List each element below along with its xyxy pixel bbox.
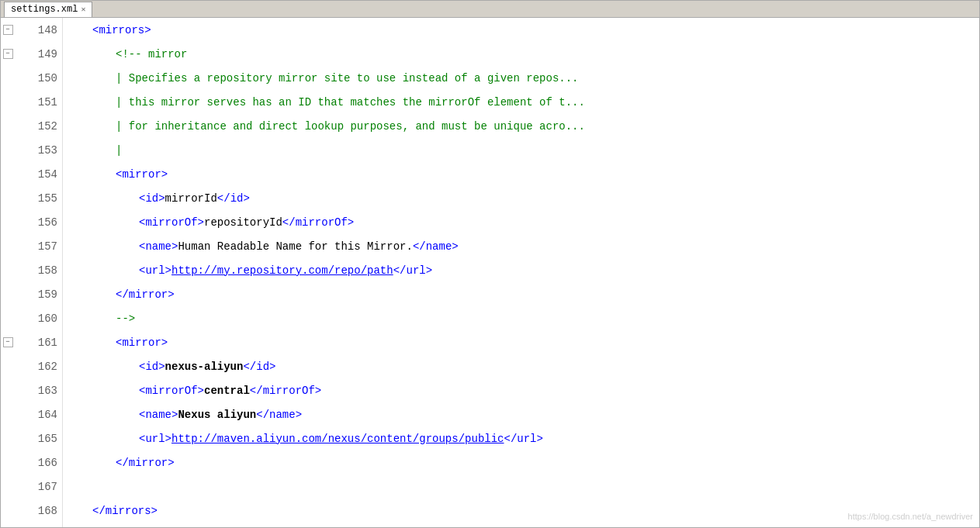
code-token: <url> <box>139 433 171 445</box>
line-number: 153 <box>15 144 62 157</box>
fold-cell[interactable]: − <box>1 337 15 347</box>
gutter-row: 163 <box>1 378 62 402</box>
code-token: Nexus aliyun <box>178 409 256 421</box>
code-line <box>69 475 979 499</box>
gutter-row: 150 <box>1 66 62 90</box>
tab-label: settings.xml <box>11 4 78 15</box>
code-token: | <box>116 144 122 157</box>
code-token: <id> <box>139 361 165 373</box>
code-line: <id>nexus-aliyun</id> <box>69 354 979 378</box>
line-number: 157 <box>15 240 62 253</box>
code-token: </id> <box>243 361 275 373</box>
line-number: 165 <box>15 433 62 445</box>
fold-icon[interactable]: − <box>3 49 13 59</box>
fold-icon[interactable]: − <box>3 25 13 35</box>
line-number: 162 <box>15 361 62 373</box>
code-token: central <box>204 385 250 397</box>
code-token: </url> <box>504 433 543 445</box>
line-number: 152 <box>15 120 62 133</box>
gutter-row: 164 <box>1 402 62 426</box>
code-line: </mirrors> <box>69 499 979 523</box>
code-line: <mirror> <box>69 162 979 186</box>
code-line: </mirror> <box>69 450 979 475</box>
line-number: 166 <box>15 457 62 469</box>
code-line: <mirrorOf>central</mirrorOf> <box>69 378 979 402</box>
line-number: 167 <box>15 481 62 493</box>
code-token: | Specifies a repository mirror site to … <box>116 72 579 85</box>
line-number: 164 <box>15 409 62 421</box>
gutter-row: 152 <box>1 114 62 138</box>
code-token: </id> <box>217 192 250 205</box>
line-number: 151 <box>15 96 62 109</box>
gutter-row: 151 <box>1 90 62 114</box>
code-token: | for inheritance and direct lookup purp… <box>116 120 585 133</box>
gutter-row: 155 <box>1 186 62 210</box>
code-line: <mirror> <box>69 330 979 354</box>
gutter-row: −148 <box>1 18 62 42</box>
line-number: 163 <box>15 385 62 397</box>
code-token: </mirrorOf> <box>282 216 354 229</box>
line-number: 155 <box>15 192 62 205</box>
code-token: </url> <box>393 264 432 277</box>
code-token: <mirror> <box>116 168 168 181</box>
line-number: 160 <box>15 312 62 325</box>
code-token: <mirrors> <box>92 24 151 36</box>
line-number: 161 <box>15 336 62 349</box>
fold-icon[interactable]: − <box>3 337 13 347</box>
gutter-row: 160 <box>1 306 62 330</box>
code-token: </mirrors> <box>92 505 158 517</box>
line-number: 154 <box>15 168 62 181</box>
line-number: 150 <box>15 72 62 85</box>
gutter-row: 159 <box>1 282 62 306</box>
code-line: | Specifies a repository mirror site to … <box>69 66 979 90</box>
code-token: | this mirror serves has an ID that matc… <box>116 96 585 109</box>
line-number: 156 <box>15 216 62 229</box>
code-line: | for inheritance and direct lookup purp… <box>69 114 979 138</box>
code-token: </mirror> <box>116 288 175 301</box>
code-token: nexus-aliyun <box>165 361 244 373</box>
title-bar: settings.xml ✕ <box>1 1 979 18</box>
code-token: <!-- mirror <box>116 48 187 60</box>
code-line: <url>http://my.repository.com/repo/path<… <box>69 258 979 282</box>
file-tab[interactable]: settings.xml ✕ <box>4 2 92 17</box>
code-area[interactable]: <mirrors><!-- mirror| Specifies a reposi… <box>63 18 979 527</box>
code-token: </mirror> <box>116 457 175 469</box>
gutter-row: 153 <box>1 138 62 162</box>
code-line: <name>Nexus aliyun</name> <box>69 402 979 426</box>
gutter-row: −149 <box>1 42 62 66</box>
line-gutter: −148−14915015115215315415515615715815916… <box>1 18 63 527</box>
code-line: <mirrors> <box>69 18 979 42</box>
gutter-row: 154 <box>1 162 62 186</box>
fold-cell[interactable]: − <box>1 25 15 35</box>
code-line: </mirror> <box>69 282 979 306</box>
gutter-row: −161 <box>1 330 62 354</box>
code-token: http://maven.aliyun.com/nexus/content/gr… <box>171 433 504 445</box>
gutter-row: 158 <box>1 258 62 282</box>
watermark: https://blog.csdn.net/a_newdriver <box>848 512 973 521</box>
gutter-row: 162 <box>1 354 62 378</box>
code-line: <!-- mirror <box>69 42 979 66</box>
code-token: <mirrorOf> <box>139 216 204 229</box>
tab-close-button[interactable]: ✕ <box>81 5 85 14</box>
code-token: <url> <box>139 264 171 277</box>
code-token: <name> <box>139 240 178 253</box>
line-number: 168 <box>15 505 62 517</box>
fold-cell[interactable]: − <box>1 49 15 59</box>
code-token: Human Readable Name for this Mirror. <box>178 240 412 253</box>
gutter-row: 167 <box>1 475 62 499</box>
code-token: </name> <box>256 409 302 421</box>
code-token: repositoryId <box>204 216 282 229</box>
code-line: --> <box>69 306 979 330</box>
code-line: | <box>69 138 979 162</box>
code-line: | this mirror serves has an ID that matc… <box>69 90 979 114</box>
gutter-row: 157 <box>1 234 62 258</box>
code-line: <url>http://maven.aliyun.com/nexus/conte… <box>69 426 979 450</box>
editor-area: −148−14915015115215315415515615715815916… <box>1 18 979 527</box>
gutter-row: 166 <box>1 450 62 475</box>
code-token: </name> <box>413 240 459 253</box>
code-token: <mirror> <box>116 336 168 349</box>
line-number: 149 <box>15 48 62 60</box>
gutter-row: 156 <box>1 210 62 234</box>
code-line: <name>Human Readable Name for this Mirro… <box>69 234 979 258</box>
gutter-row: 168 <box>1 499 62 523</box>
